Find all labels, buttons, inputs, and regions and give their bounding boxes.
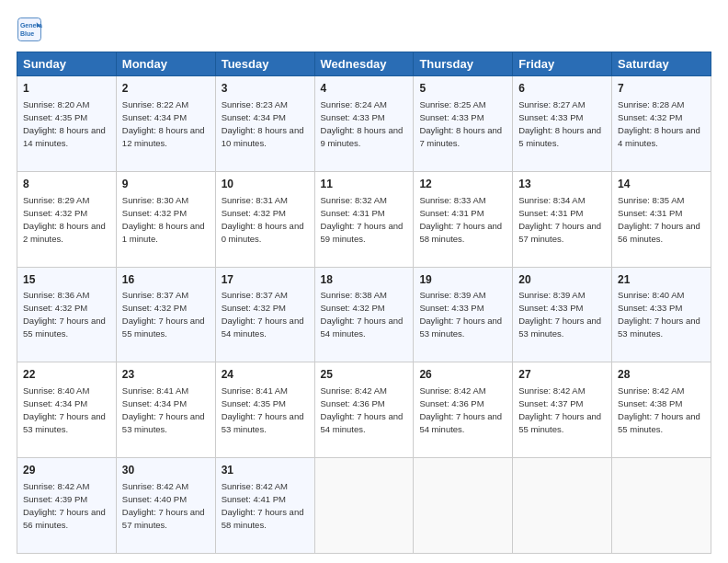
calendar-cell: 18Sunrise: 8:38 AMSunset: 4:32 PMDayligh… [314, 267, 414, 362]
logo: General Blue [17, 17, 46, 42]
calendar-cell: 2Sunrise: 8:22 AMSunset: 4:34 PMDaylight… [116, 76, 215, 172]
day-number: 21 [618, 272, 705, 288]
calendar-week-row: 8Sunrise: 8:29 AMSunset: 4:32 PMDaylight… [17, 171, 711, 267]
col-header-friday: Friday [513, 52, 612, 76]
header: General Blue [17, 17, 711, 42]
calendar-cell: 19Sunrise: 8:39 AMSunset: 4:33 PMDayligh… [414, 267, 513, 362]
col-header-thursday: Thursday [414, 52, 513, 76]
day-number: 10 [222, 177, 309, 192]
day-info: Sunrise: 8:42 AMSunset: 4:40 PMDaylight:… [122, 481, 205, 530]
day-number: 28 [618, 367, 705, 383]
day-number: 16 [122, 272, 210, 288]
day-number: 11 [321, 177, 408, 192]
col-header-tuesday: Tuesday [215, 52, 314, 76]
calendar-cell: 22Sunrise: 8:40 AMSunset: 4:34 PMDayligh… [17, 362, 117, 458]
day-info: Sunrise: 8:22 AMSunset: 4:34 PMDaylight:… [122, 99, 205, 148]
day-info: Sunrise: 8:39 AMSunset: 4:33 PMDaylight:… [518, 290, 601, 339]
calendar-week-row: 22Sunrise: 8:40 AMSunset: 4:34 PMDayligh… [17, 362, 711, 458]
calendar-cell [414, 458, 513, 554]
col-header-sunday: Sunday [17, 52, 117, 76]
day-info: Sunrise: 8:30 AMSunset: 4:32 PMDaylight:… [122, 195, 205, 244]
day-info: Sunrise: 8:34 AMSunset: 4:31 PMDaylight:… [518, 195, 601, 244]
day-info: Sunrise: 8:25 AMSunset: 4:33 PMDaylight:… [419, 99, 502, 148]
page: General Blue SundayMondayTuesdayWednesda… [0, 0, 728, 563]
calendar-cell: 11Sunrise: 8:32 AMSunset: 4:31 PMDayligh… [314, 171, 414, 267]
day-number: 24 [222, 367, 309, 383]
calendar-cell: 12Sunrise: 8:33 AMSunset: 4:31 PMDayligh… [414, 171, 513, 267]
calendar-cell: 9Sunrise: 8:30 AMSunset: 4:32 PMDaylight… [116, 171, 215, 267]
day-info: Sunrise: 8:35 AMSunset: 4:31 PMDaylight:… [618, 195, 700, 244]
day-info: Sunrise: 8:40 AMSunset: 4:34 PMDaylight:… [23, 385, 106, 434]
calendar-cell: 25Sunrise: 8:42 AMSunset: 4:36 PMDayligh… [314, 362, 414, 458]
calendar-cell: 21Sunrise: 8:40 AMSunset: 4:33 PMDayligh… [612, 267, 711, 362]
calendar-cell: 6Sunrise: 8:27 AMSunset: 4:33 PMDaylight… [513, 76, 612, 172]
day-number: 17 [222, 272, 309, 288]
day-info: Sunrise: 8:42 AMSunset: 4:36 PMDaylight:… [321, 385, 404, 434]
day-number: 27 [518, 367, 606, 383]
col-header-saturday: Saturday [612, 52, 711, 76]
day-number: 1 [23, 81, 110, 97]
day-info: Sunrise: 8:29 AMSunset: 4:32 PMDaylight:… [23, 195, 106, 244]
calendar-cell: 15Sunrise: 8:36 AMSunset: 4:32 PMDayligh… [17, 267, 117, 362]
day-number: 30 [122, 463, 210, 478]
day-info: Sunrise: 8:41 AMSunset: 4:35 PMDaylight:… [222, 385, 304, 434]
day-number: 3 [222, 81, 309, 97]
day-info: Sunrise: 8:32 AMSunset: 4:31 PMDaylight:… [321, 195, 404, 244]
calendar-week-row: 29Sunrise: 8:42 AMSunset: 4:39 PMDayligh… [17, 458, 711, 554]
day-info: Sunrise: 8:42 AMSunset: 4:37 PMDaylight:… [518, 385, 601, 434]
day-number: 20 [518, 272, 606, 288]
day-number: 4 [321, 81, 408, 97]
day-info: Sunrise: 8:42 AMSunset: 4:38 PMDaylight:… [618, 385, 700, 434]
calendar-cell: 28Sunrise: 8:42 AMSunset: 4:38 PMDayligh… [612, 362, 711, 458]
day-number: 8 [23, 177, 110, 192]
calendar-cell: 29Sunrise: 8:42 AMSunset: 4:39 PMDayligh… [17, 458, 117, 554]
calendar-cell: 1Sunrise: 8:20 AMSunset: 4:35 PMDaylight… [17, 76, 117, 172]
day-info: Sunrise: 8:24 AMSunset: 4:33 PMDaylight:… [321, 99, 404, 148]
day-number: 18 [321, 272, 408, 288]
calendar-header-row: SundayMondayTuesdayWednesdayThursdayFrid… [17, 52, 711, 76]
day-info: Sunrise: 8:37 AMSunset: 4:32 PMDaylight:… [122, 290, 205, 339]
svg-text:Blue: Blue [20, 30, 34, 37]
day-info: Sunrise: 8:38 AMSunset: 4:32 PMDaylight:… [321, 290, 404, 339]
day-info: Sunrise: 8:20 AMSunset: 4:35 PMDaylight:… [23, 99, 106, 148]
day-info: Sunrise: 8:41 AMSunset: 4:34 PMDaylight:… [122, 385, 205, 434]
calendar-cell: 8Sunrise: 8:29 AMSunset: 4:32 PMDaylight… [17, 171, 117, 267]
calendar-cell: 20Sunrise: 8:39 AMSunset: 4:33 PMDayligh… [513, 267, 612, 362]
calendar-cell: 26Sunrise: 8:42 AMSunset: 4:36 PMDayligh… [414, 362, 513, 458]
day-number: 15 [23, 272, 110, 288]
day-number: 31 [222, 463, 309, 478]
calendar-cell: 5Sunrise: 8:25 AMSunset: 4:33 PMDaylight… [414, 76, 513, 172]
day-number: 5 [419, 81, 506, 97]
day-info: Sunrise: 8:40 AMSunset: 4:33 PMDaylight:… [618, 290, 700, 339]
day-info: Sunrise: 8:28 AMSunset: 4:32 PMDaylight:… [618, 99, 700, 148]
day-info: Sunrise: 8:23 AMSunset: 4:34 PMDaylight:… [222, 99, 304, 148]
calendar-cell: 31Sunrise: 8:42 AMSunset: 4:41 PMDayligh… [215, 458, 314, 554]
day-number: 6 [518, 81, 606, 97]
day-number: 26 [419, 367, 506, 383]
day-number: 7 [618, 81, 705, 97]
day-info: Sunrise: 8:42 AMSunset: 4:36 PMDaylight:… [419, 385, 502, 434]
col-header-monday: Monday [116, 52, 215, 76]
calendar-table: SundayMondayTuesdayWednesdayThursdayFrid… [17, 52, 711, 554]
calendar-cell [513, 458, 612, 554]
svg-rect-0 [18, 18, 41, 41]
calendar-cell [314, 458, 414, 554]
day-info: Sunrise: 8:42 AMSunset: 4:41 PMDaylight:… [222, 481, 304, 530]
calendar-cell [612, 458, 711, 554]
day-number: 12 [419, 177, 506, 192]
calendar-week-row: 15Sunrise: 8:36 AMSunset: 4:32 PMDayligh… [17, 267, 711, 362]
logo-icon: General Blue [17, 17, 42, 42]
calendar-cell: 14Sunrise: 8:35 AMSunset: 4:31 PMDayligh… [612, 171, 711, 267]
calendar-cell: 23Sunrise: 8:41 AMSunset: 4:34 PMDayligh… [116, 362, 215, 458]
calendar-cell: 30Sunrise: 8:42 AMSunset: 4:40 PMDayligh… [116, 458, 215, 554]
day-number: 25 [321, 367, 408, 383]
day-info: Sunrise: 8:37 AMSunset: 4:32 PMDaylight:… [222, 290, 304, 339]
day-number: 22 [23, 367, 110, 383]
day-number: 2 [122, 81, 210, 97]
calendar-cell: 17Sunrise: 8:37 AMSunset: 4:32 PMDayligh… [215, 267, 314, 362]
day-info: Sunrise: 8:27 AMSunset: 4:33 PMDaylight:… [518, 99, 601, 148]
calendar-cell: 13Sunrise: 8:34 AMSunset: 4:31 PMDayligh… [513, 171, 612, 267]
calendar-cell: 10Sunrise: 8:31 AMSunset: 4:32 PMDayligh… [215, 171, 314, 267]
calendar-cell: 24Sunrise: 8:41 AMSunset: 4:35 PMDayligh… [215, 362, 314, 458]
calendar-cell: 27Sunrise: 8:42 AMSunset: 4:37 PMDayligh… [513, 362, 612, 458]
